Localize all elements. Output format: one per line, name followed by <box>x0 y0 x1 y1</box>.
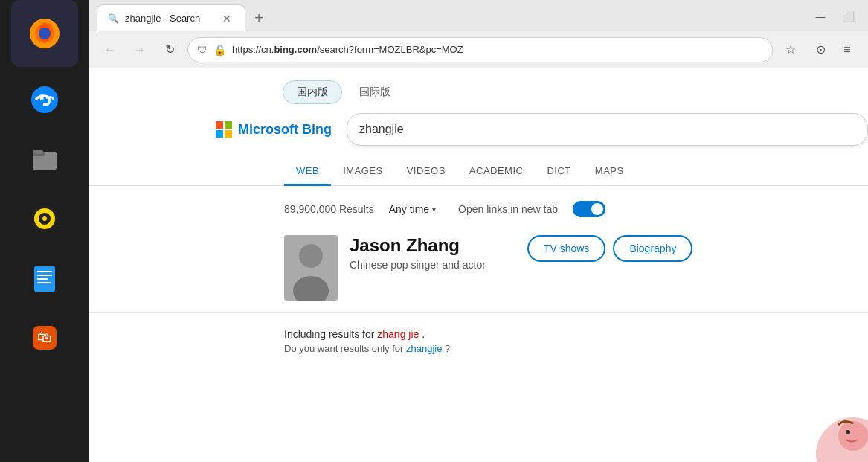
appstore-icon: 🛍 <box>30 323 60 353</box>
bing-logo-sq3 <box>216 130 223 138</box>
nav-web[interactable]: WEB <box>284 158 331 186</box>
svg-point-11 <box>42 216 47 221</box>
svg-point-20 <box>299 244 323 268</box>
person-photo <box>284 235 338 301</box>
tv-shows-button[interactable]: TV shows <box>527 235 605 262</box>
knowledge-card: Jason Zhang Chinese pop singer and actor… <box>89 226 868 313</box>
toolbar-extras: ⊙ ≡ <box>808 38 859 62</box>
results-count: 89,900,000 Results <box>284 203 374 215</box>
window-controls: — ⬜ <box>807 6 868 31</box>
bing-logo-sq1 <box>216 121 223 129</box>
svg-rect-15 <box>37 278 48 280</box>
firefox-icon <box>25 14 64 53</box>
forward-button[interactable]: → <box>128 38 152 62</box>
rhythmbox-icon <box>30 204 60 234</box>
biography-button[interactable]: Biography <box>613 235 692 262</box>
person-action-buttons: TV shows Biography <box>527 235 693 262</box>
svg-point-23 <box>838 421 868 451</box>
thunderbird-icon <box>28 83 61 116</box>
nav-maps[interactable]: MAPS <box>583 158 636 185</box>
lock-icon: 🔒 <box>213 44 226 56</box>
svg-point-24 <box>846 430 850 434</box>
nav-images[interactable]: IMAGES <box>331 158 395 185</box>
writer-icon <box>30 263 60 293</box>
sidebar-icon-files[interactable] <box>18 132 71 186</box>
new-tab-button[interactable]: + <box>245 4 272 31</box>
tab-search-icon: 🔍 <box>108 13 119 24</box>
nav-dict[interactable]: DICT <box>535 158 582 185</box>
sidebar-icon-thunderbird[interactable] <box>18 73 71 126</box>
sidebar-icon-writer[interactable] <box>18 251 71 305</box>
open-links-label: Open links in new tab <box>458 203 558 215</box>
bing-logo-sq2 <box>225 121 232 129</box>
bing-logo-text: Microsoft Bing <box>238 122 332 138</box>
time-filter-label: Any time <box>389 203 429 215</box>
pocket-button[interactable]: ⊙ <box>808 38 832 62</box>
bookmark-button[interactable]: ☆ <box>779 38 803 62</box>
person-description: Chinese pop singer and actor <box>350 259 486 271</box>
bing-logo-microsoft: Microsoft <box>238 122 302 137</box>
svg-rect-14 <box>37 275 52 276</box>
results-meta: 89,900,000 Results Any time ▾ Open links… <box>89 195 868 226</box>
svg-text:🛍: 🛍 <box>37 329 52 345</box>
files-icon <box>30 144 60 174</box>
back-button[interactable]: ← <box>98 38 122 62</box>
region-tab-domestic[interactable]: 国内版 <box>283 80 342 104</box>
sidebar: 🛍 <box>0 0 89 462</box>
svg-rect-16 <box>37 282 51 283</box>
search-navigation: WEB IMAGES VIDEOS ACADEMIC DICT MAPS <box>89 158 868 186</box>
person-info: Jason Zhang Chinese pop singer and actor <box>350 235 486 271</box>
sub-suffix: ? <box>445 343 450 354</box>
region-tabs: 国内版 国际版 <box>89 68 868 113</box>
address-bar: ← → ↻ 🛡 🔒 https://cn.bing.com/search?for… <box>89 31 868 68</box>
shield-icon: 🛡 <box>197 44 208 56</box>
bing-logo: Microsoft Bing <box>216 121 332 138</box>
tabs-bar: 🔍 zhangjie - Search ✕ + — ⬜ <box>89 0 868 31</box>
tab-close-button[interactable]: ✕ <box>219 11 234 26</box>
decorative-avatar <box>801 395 868 462</box>
sub-prefix: Do you want results only for <box>284 343 406 354</box>
bing-logo-sq4 <box>225 130 232 138</box>
time-filter-dropdown[interactable]: Any time ▾ <box>389 203 436 215</box>
svg-point-2 <box>39 28 51 39</box>
tab-title: zhangjie - Search <box>125 13 200 24</box>
person-photo-image <box>284 235 338 301</box>
sub-link[interactable]: zhangjie <box>406 343 442 354</box>
svg-point-4 <box>40 97 44 100</box>
bing-logo-brand: Bing <box>302 122 332 137</box>
including-results-main: Including results for zhang jie . <box>284 328 868 340</box>
page-content: 国内版 国际版 Microsoft Bing zhangjie <box>89 68 868 462</box>
reload-button[interactable]: ↻ <box>158 38 181 62</box>
including-highlight: zhang jie <box>377 328 419 340</box>
browser-chrome: 🔍 zhangjie - Search ✕ + — ⬜ ← → ↻ 🛡 🔒 ht… <box>89 0 868 462</box>
nav-videos[interactable]: VIDEOS <box>395 158 457 185</box>
url-text: https://cn.bing.com/search?form=MOZLBR&p… <box>232 44 763 55</box>
bing-search-input[interactable]: zhangjie <box>347 113 868 146</box>
including-suffix: . <box>422 328 425 340</box>
time-filter-arrow: ▾ <box>432 205 436 214</box>
minimize-button[interactable]: — <box>807 6 834 27</box>
sidebar-icon-firefox[interactable] <box>11 0 78 67</box>
search-query-text: zhangjie <box>359 123 404 136</box>
maximize-button[interactable]: ⬜ <box>835 6 862 27</box>
including-results: Including results for zhang jie . Do you… <box>89 319 868 354</box>
including-results-sub: Do you want results only for zhangjie ? <box>284 343 868 354</box>
person-name: Jason Zhang <box>350 235 486 256</box>
browser-tab-active[interactable]: 🔍 zhangjie - Search ✕ <box>97 4 245 31</box>
svg-rect-7 <box>33 150 43 154</box>
nav-academic[interactable]: ACADEMIC <box>457 158 536 185</box>
search-bar-area: Microsoft Bing zhangjie <box>89 113 868 146</box>
sidebar-icon-rhythmbox[interactable] <box>18 192 71 246</box>
svg-rect-13 <box>37 271 52 272</box>
sidebar-icon-appstore[interactable]: 🛍 <box>18 311 71 365</box>
open-links-toggle[interactable] <box>573 201 605 217</box>
toggle-knob <box>591 203 603 215</box>
url-bar[interactable]: 🛡 🔒 https://cn.bing.com/search?form=MOZL… <box>187 37 773 62</box>
svg-point-3 <box>31 86 58 113</box>
including-prefix: Including results for <box>284 328 377 340</box>
menu-button[interactable]: ≡ <box>835 38 859 62</box>
region-tab-international[interactable]: 国际版 <box>345 80 405 104</box>
bing-logo-squares <box>216 121 232 138</box>
